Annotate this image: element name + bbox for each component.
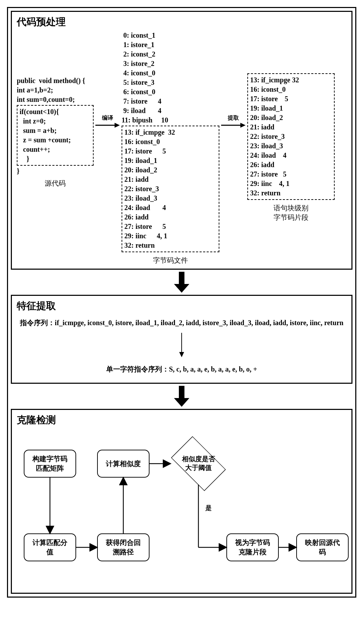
panel3-title: 克隆检测 <box>17 413 347 427</box>
arrow-icon <box>95 122 120 129</box>
svg-rect-4 <box>179 272 184 284</box>
arrow-icon <box>221 122 246 129</box>
panel-clone-detection: 克隆检测 构建字节码 匹配矩阵 计算匹配分 值 获得闭合回 溯路径 计算相似度 … <box>11 409 352 594</box>
bytecode-pre: 0: iconst_1 1: istore_1 2: iconst_2 3: i… <box>122 31 219 125</box>
panel-preprocessing: 代码预处理 public void method() { int a=1,b=2… <box>11 11 352 270</box>
node-calc-score: 计算匹配分 值 <box>24 533 76 561</box>
arrow-extract: 提取 <box>219 114 247 129</box>
node-map-source: 映射回源代 码 <box>296 533 349 561</box>
source-caption: 源代码 <box>17 179 94 188</box>
svg-marker-1 <box>115 123 120 128</box>
source-col: public void method() { int a=1,b=2; int … <box>17 76 94 188</box>
thin-arrow <box>17 333 347 359</box>
fragment-col: 13: if_icmpge 3216: iconst_017: istore 5… <box>247 73 335 222</box>
source-post: } <box>17 166 94 176</box>
char-sequence: 单一字符指令序列：S, c, b, a, a, e, b, a, a, e, b… <box>17 364 347 374</box>
svg-marker-7 <box>179 352 184 357</box>
panel2-title: 特征提取 <box>17 299 347 313</box>
arrow-compile: 编译 <box>94 114 122 129</box>
node-threshold: 相似度是否 大于阈值 <box>167 439 230 488</box>
node-clone-frag: 视为字节码 克隆片段 <box>226 533 279 561</box>
instruction-sequence: 指令序列：if_icmpge, iconst_0, istore, iload_… <box>17 317 347 328</box>
svg-marker-9 <box>174 398 189 407</box>
svg-marker-3 <box>240 123 246 128</box>
panel1-title: 代码预处理 <box>17 15 347 29</box>
svg-rect-8 <box>179 386 184 398</box>
bytecode-caption: 字节码文件 <box>122 256 219 265</box>
panel-feature-extraction: 特征提取 指令序列：if_icmpge, iconst_0, istore, i… <box>11 295 352 384</box>
source-pre: public void method() { int a=1,b=2; int … <box>17 76 94 104</box>
node-similarity: 计算相似度 <box>97 450 150 478</box>
fragment-boxed: 13: if_icmpge 3216: iconst_017: istore 5… <box>247 73 335 200</box>
bytecode-col: 0: iconst_1 1: istore_1 2: iconst_2 3: i… <box>122 31 219 265</box>
down-arrow-2 <box>11 386 352 407</box>
diagram-root: 代码预处理 public void method() { int a=1,b=2… <box>7 7 356 598</box>
fragment-caption: 语句块级别 字节码片段 <box>247 203 335 222</box>
down-arrow-1 <box>11 272 352 293</box>
svg-marker-5 <box>174 284 189 293</box>
yes-label: 是 <box>205 504 212 512</box>
node-traceback: 获得闭合回 溯路径 <box>97 533 150 561</box>
node-build-matrix: 构建字节码 匹配矩阵 <box>24 450 76 478</box>
source-boxed: if(count<10){ int z=0; sum = a+b; z = su… <box>17 105 94 166</box>
bytecode-boxed: 13: if_icmpge 3216: iconst_017: istore 5… <box>122 126 219 252</box>
